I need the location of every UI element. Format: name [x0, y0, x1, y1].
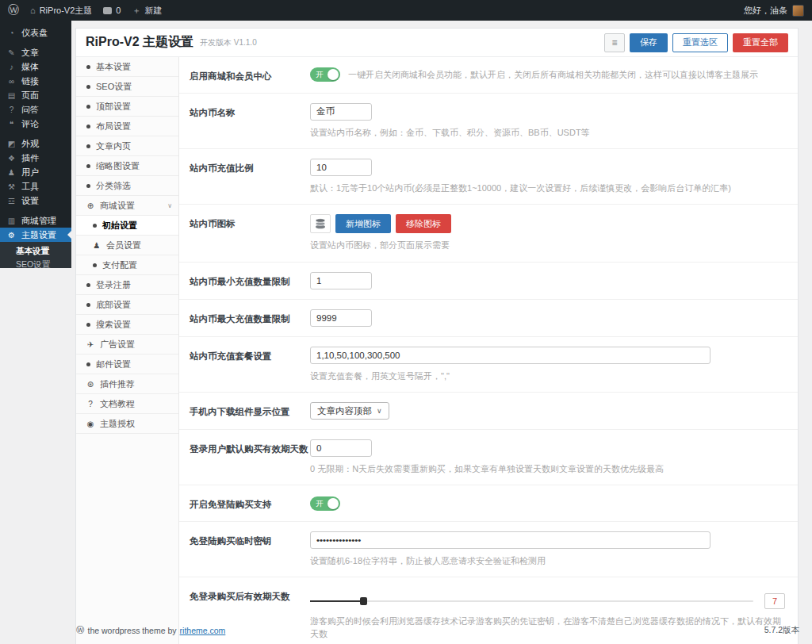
bullet-icon [86, 105, 90, 109]
nav-item-layout[interactable]: 布局设置 [76, 117, 178, 136]
recharge-ratio-input[interactable] [310, 159, 372, 176]
nav-item-seo[interactable]: SEO设置 [76, 77, 178, 97]
field-desc: 一键开启关闭商城和会员功能，默认开启，关闭后所有商城相关功能都关闭，这样可以直接… [348, 69, 758, 81]
sidebar-label: 文章 [21, 47, 39, 59]
sidebar-label: 用户 [21, 167, 39, 178]
sidebar-item-comments[interactable]: ❝ 评论 [0, 117, 71, 131]
comments-shortcut[interactable]: 0 [103, 6, 121, 15]
sidebar-item-tools[interactable]: ⚒ 工具 [0, 179, 71, 194]
sidebar-item-settings[interactable]: ☲ 设置 [0, 194, 71, 208]
nav-label: 主题授权 [100, 418, 135, 430]
posts-icon: ✎ [6, 48, 17, 57]
nav-item-license[interactable]: ◉主题授权 [76, 414, 178, 434]
nav-item-login-register[interactable]: 登录注册 [76, 275, 178, 295]
nav-item-mail-settings[interactable]: 邮件设置 [76, 355, 178, 374]
download-position-select[interactable]: 文章内容顶部 ∨ [310, 402, 389, 420]
nav-item-shop-settings[interactable]: ⊕ 商城设置 ∨ [76, 196, 178, 216]
page-title: RiPro-V2 主题设置 [86, 34, 193, 51]
enable-shop-toggle[interactable]: 开 [310, 67, 340, 82]
nav-label: 文章内页 [96, 140, 131, 152]
menu-toggle-button[interactable]: ≡ [604, 33, 625, 52]
sidebar-item-dashboard[interactable]: ◔ 仪表盘 [0, 25, 71, 40]
sidebar-label: 页面 [21, 90, 39, 102]
valid-days-slider[interactable] [310, 600, 753, 602]
sidebar-item-pages[interactable]: ▤ 页面 [0, 88, 71, 102]
nav-item-member-settings[interactable]: ♟会员设置 [76, 236, 178, 255]
sidebar-item-media[interactable]: ♪ 媒体 [0, 59, 71, 74]
nav-item-docs[interactable]: ?文档教程 [76, 394, 178, 414]
nav-item-category-filter[interactable]: 分类筛选 [76, 176, 178, 196]
reset-section-button[interactable]: 重置选区 [672, 33, 728, 52]
sidebar-item-plugins[interactable]: ❖ 插件 [0, 151, 71, 165]
eye-icon: ◉ [86, 420, 94, 428]
sidebar-item-theme-settings[interactable]: ⚙ 主题设置 [0, 228, 71, 242]
nav-item-plugin-recommend[interactable]: ⊛插件推荐 [76, 374, 178, 394]
coin-name-input[interactable] [310, 103, 372, 121]
bullet-icon [86, 144, 90, 148]
max-recharge-input[interactable] [310, 309, 372, 327]
slider-thumb[interactable] [360, 597, 367, 605]
wordpress-logo-icon[interactable]: Ⓦ [8, 3, 19, 17]
field-label: 开启免登陆购买支持 [190, 495, 310, 512]
field-desc: 设置站内币图标，部分页面展示需要 [310, 240, 785, 251]
ritheme-link[interactable]: ritheme.com [180, 626, 226, 635]
field-desc: 设置站内币名称，例如：金币、下载币、积分、资源币、BB币、USDT等 [310, 127, 785, 139]
nav-item-ad-settings[interactable]: ✈广告设置 [76, 335, 178, 355]
field-desc: 默认：1元等于10个站内币(必须是正整数1~10000，建议一次设置好，后续谨慎… [310, 182, 785, 194]
nav-item-thumbnail[interactable]: 缩略图设置 [76, 156, 178, 176]
member-icon: ♟ [93, 241, 101, 250]
purchase-valid-days-input[interactable] [310, 439, 372, 457]
media-icon: ♪ [6, 63, 17, 71]
version-label: 开发版本 V1.1.0 [200, 37, 257, 48]
sidebar-item-posts[interactable]: ✎ 文章 [0, 45, 71, 59]
nav-item-footer-settings[interactable]: 底部设置 [76, 295, 178, 315]
nav-label: 初始设置 [102, 220, 137, 232]
nav-item-search-settings[interactable]: 搜索设置 [76, 315, 178, 335]
nav-item-top[interactable]: 顶部设置 [76, 97, 178, 117]
nav-label: 缩略图设置 [96, 160, 140, 172]
valid-days-value[interactable]: 7 [764, 593, 785, 609]
nav-label: 基本设置 [96, 61, 131, 73]
sidebar-item-users[interactable]: ♟ 用户 [0, 165, 71, 179]
user-greeting[interactable]: 您好，油条 [744, 5, 787, 17]
reset-all-button[interactable]: 重置全部 [733, 33, 788, 52]
submenu-item-seo[interactable]: SEO设置 [0, 258, 71, 268]
sidebar-item-links[interactable]: ∞ 链接 [0, 74, 71, 88]
nav-item-payment-config[interactable]: 支付配置 [76, 255, 178, 275]
min-recharge-input[interactable] [310, 272, 372, 289]
menu-separator [0, 208, 71, 213]
comment-bubble-icon [103, 7, 112, 14]
select-value: 文章内容顶部 [317, 405, 372, 417]
guest-secret-key-input[interactable] [310, 531, 710, 549]
new-content-button[interactable]: ＋ 新建 [132, 5, 162, 17]
sidebar-label: 媒体 [21, 61, 39, 73]
site-link[interactable]: ⌂ RiPro-V2主题 [30, 5, 92, 17]
coin-image-thumb[interactable] [310, 214, 331, 233]
field-label: 启用商城和会员中心 [190, 67, 310, 83]
submenu-item-basic[interactable]: 基本设置 [0, 244, 71, 258]
field-label: 登录用户默认购买有效期天数 [190, 439, 310, 475]
sidebar-label: 设置 [21, 195, 39, 207]
nav-label: 商城设置 [100, 200, 135, 212]
sidebar-item-shop-manage[interactable]: ▥ 商城管理 [0, 213, 71, 228]
pages-icon: ▤ [6, 91, 17, 100]
nav-item-post-page[interactable]: 文章内页 [76, 136, 178, 156]
plus-icon: ＋ [132, 5, 140, 17]
bullet-icon [86, 362, 90, 366]
field-label: 手机内下载组件显示位置 [190, 402, 310, 420]
save-button[interactable]: 保存 [630, 33, 668, 52]
nav-item-basic[interactable]: 基本设置 [76, 57, 178, 77]
sidebar-item-appearance[interactable]: ◩ 外观 [0, 136, 71, 151]
guest-purchase-toggle[interactable]: 开 [310, 496, 340, 511]
recharge-packages-input[interactable] [310, 347, 710, 364]
setting-row-max-recharge: 站内币最大充值数量限制 [179, 300, 798, 337]
avatar[interactable] [792, 5, 804, 17]
sidebar-item-qa[interactable]: ? 问答 [0, 102, 71, 117]
remove-icon-button[interactable]: 移除图标 [396, 214, 451, 233]
add-icon-button[interactable]: 新增图标 [335, 214, 391, 233]
sidebar-label: 外观 [21, 138, 39, 150]
tools-icon: ⚒ [6, 182, 17, 191]
field-label: 站内币图标 [190, 214, 310, 251]
nav-item-initial-settings[interactable]: 初始设置 [76, 216, 178, 236]
setting-row-recharge-ratio: 站内币充值比例 默认：1元等于10个站内币(必须是正整数1~10000，建议一次… [179, 149, 798, 205]
